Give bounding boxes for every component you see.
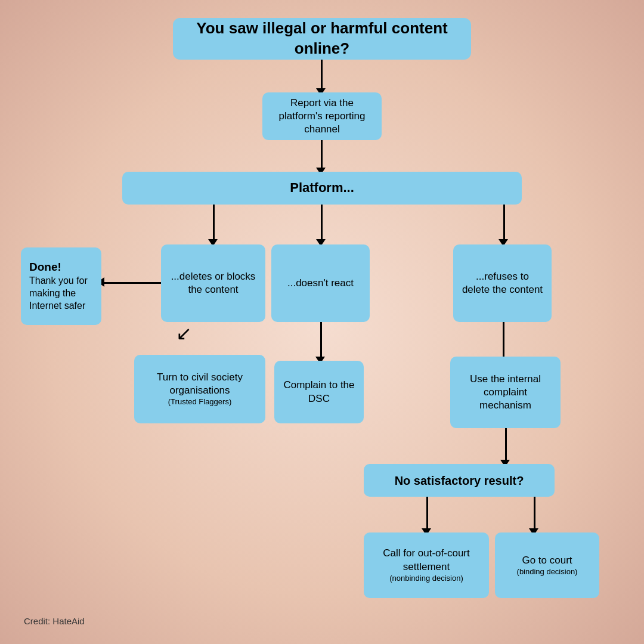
- report-box: Report via the platform's reporting chan…: [262, 92, 382, 140]
- court-box: Go to court (binding decision): [495, 532, 599, 598]
- refuses-box: ...refuses to delete the content: [453, 244, 552, 322]
- out-of-court-box: Call for out-of-court settlement (nonbin…: [364, 532, 489, 598]
- done-box: Done! Thank you for making the Internet …: [21, 247, 101, 325]
- no-satisfactory-box: No satisfactory result?: [364, 464, 555, 497]
- dsc-box: Complain to the DSC: [274, 361, 364, 423]
- deletes-box: ...deletes or blocks the content: [161, 244, 265, 322]
- civil-society-box: Turn to civil society organisations (Tru…: [134, 355, 265, 423]
- title-box: You saw illegal or harmful content onlin…: [173, 18, 471, 60]
- flowchart: You saw illegal or harmful content onlin…: [0, 0, 644, 644]
- platform-box: Platform...: [122, 172, 522, 205]
- credit-text: Credit: HateAid: [24, 616, 85, 626]
- internal-complaint-box: Use the internal complaint mechanism: [450, 357, 561, 428]
- doesnt-react-box: ...doesn't react: [271, 244, 370, 322]
